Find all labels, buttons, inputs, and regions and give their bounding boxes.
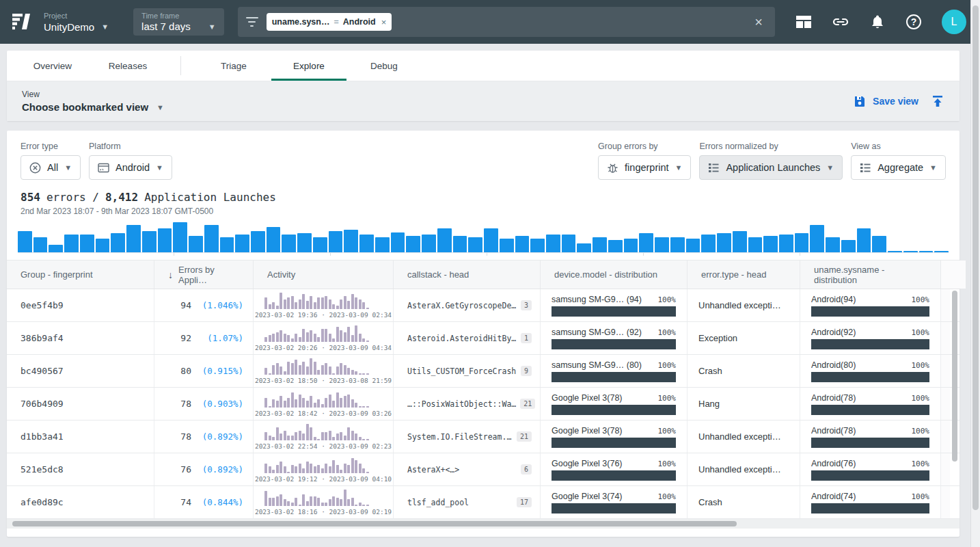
column-header-errors-by-appli-[interactable]: ↓Errors by Appli… bbox=[154, 261, 253, 289]
histogram-bar[interactable] bbox=[670, 237, 685, 252]
platform-select[interactable]: Android ▼ bbox=[89, 155, 172, 180]
save-view-button[interactable]: Save view bbox=[854, 95, 918, 107]
error-type-select[interactable]: All ▼ bbox=[21, 155, 81, 180]
histogram-bar[interactable] bbox=[158, 228, 172, 252]
table-row[interactable]: 0ee5f4b9 94(1.046%) 2023-03-02 19:36 · 2… bbox=[7, 289, 959, 322]
window-scroll-thumb[interactable] bbox=[972, 5, 979, 510]
histogram-bar[interactable] bbox=[33, 237, 48, 252]
histogram-bar[interactable] bbox=[888, 251, 902, 252]
column-header-uname-sysname-distribution[interactable]: uname.sysname - distribution bbox=[800, 261, 940, 289]
tab-debug[interactable]: Debug bbox=[346, 51, 422, 81]
table-row[interactable]: d1bb3a41 78(0.892%) 2023-03-02 22:54 · 2… bbox=[7, 421, 959, 453]
tab-releases[interactable]: Releases bbox=[90, 51, 165, 81]
histogram-bar[interactable] bbox=[96, 239, 110, 252]
histogram-bar[interactable] bbox=[500, 239, 514, 252]
histogram-bar[interactable] bbox=[779, 235, 793, 252]
error-percent[interactable]: (1.07%) bbox=[191, 333, 243, 343]
view-as-select[interactable]: Aggregate ▼ bbox=[851, 155, 946, 180]
histogram-bar[interactable] bbox=[733, 231, 747, 252]
table-row[interactable]: afe0d89c 74(0.844%) 2023-03-02 18:16 · 2… bbox=[7, 486, 959, 519]
column-header-activity[interactable]: Activity bbox=[253, 261, 393, 289]
error-percent[interactable]: (0.844%) bbox=[191, 497, 243, 507]
histogram-bar[interactable] bbox=[934, 251, 949, 252]
histogram-bar[interactable] bbox=[173, 222, 187, 252]
histogram-bar[interactable] bbox=[903, 251, 918, 252]
fingerprint-cell[interactable]: 521e5dc8 bbox=[21, 464, 64, 475]
bookmarked-view-selector[interactable]: View Choose bookmarked view▼ bbox=[22, 90, 164, 113]
histogram-bar[interactable] bbox=[111, 233, 125, 252]
histogram-bar[interactable] bbox=[701, 235, 716, 252]
histogram-bar[interactable] bbox=[359, 235, 374, 252]
histogram-bar[interactable] bbox=[562, 235, 576, 252]
avatar[interactable]: L bbox=[942, 10, 966, 34]
histogram-bar[interactable] bbox=[126, 225, 141, 252]
table-row[interactable]: 386b9af4 92(1.07%) 2023-03-02 20:26 · 20… bbox=[7, 322, 959, 355]
table-row[interactable]: 706b4909 78(0.903%) 2023-03-02 18:42 · 2… bbox=[7, 388, 959, 421]
table-row[interactable]: bc490567 80(0.915%) 2023-03-02 18:50 · 2… bbox=[7, 355, 959, 388]
histogram-bar[interactable] bbox=[220, 237, 234, 252]
fingerprint-cell[interactable]: bc490567 bbox=[21, 366, 64, 376]
tab-triage[interactable]: Triage bbox=[196, 51, 271, 81]
histogram-bar[interactable] bbox=[872, 236, 886, 252]
histogram-bar[interactable] bbox=[142, 231, 156, 252]
callstack-text[interactable]: Utils_CUSTOM_ForceCrash bbox=[407, 366, 516, 376]
histogram-bar[interactable] bbox=[80, 235, 94, 252]
dashboard-icon[interactable] bbox=[795, 14, 812, 30]
column-header-group-fingerprint[interactable]: Group - fingerprint bbox=[7, 261, 154, 289]
project-selector[interactable]: Project UnityDemo▼ bbox=[44, 12, 109, 33]
window-scrollbar[interactable] bbox=[970, 0, 980, 547]
histogram-bar[interactable] bbox=[64, 235, 79, 252]
histogram-bar[interactable] bbox=[406, 236, 420, 252]
callstack-text[interactable]: tlsf_add_pool bbox=[407, 498, 469, 507]
histogram-bar[interactable] bbox=[204, 225, 219, 252]
error-percent[interactable]: (1.046%) bbox=[191, 300, 243, 310]
tab-explore[interactable]: Explore bbox=[271, 51, 346, 81]
histogram-bar[interactable] bbox=[18, 231, 32, 252]
histogram-bar[interactable] bbox=[251, 231, 265, 252]
error-percent[interactable]: (0.892%) bbox=[191, 464, 243, 475]
histogram-bar[interactable] bbox=[639, 233, 653, 252]
histogram-bar[interactable] bbox=[453, 236, 467, 252]
filter-bar[interactable]: uname.sysn… = Android × × bbox=[238, 7, 775, 37]
fingerprint-cell[interactable]: d1bb3a41 bbox=[21, 431, 64, 442]
histogram-bar[interactable] bbox=[344, 230, 358, 252]
callstack-text[interactable]: AsteraX.GetGyroscopeDe… bbox=[407, 301, 516, 310]
histogram-bar[interactable] bbox=[546, 235, 560, 252]
link-icon[interactable] bbox=[832, 14, 849, 30]
histogram-bar[interactable] bbox=[810, 225, 824, 252]
histogram-bar[interactable] bbox=[795, 233, 809, 252]
histogram-bar[interactable] bbox=[826, 237, 840, 252]
fingerprint-cell[interactable]: 386b9af4 bbox=[21, 333, 64, 343]
histogram-bar[interactable] bbox=[919, 251, 934, 252]
bell-icon[interactable] bbox=[869, 14, 886, 30]
help-icon[interactable]: ? bbox=[906, 14, 921, 29]
error-percent[interactable]: (0.892%) bbox=[191, 431, 243, 442]
histogram-bar[interactable] bbox=[841, 240, 856, 252]
error-percent[interactable]: (0.915%) bbox=[191, 366, 243, 376]
fingerprint-cell[interactable]: afe0d89c bbox=[21, 497, 64, 507]
error-percent[interactable]: (0.903%) bbox=[191, 399, 243, 409]
table-horizontal-scrollbar[interactable] bbox=[7, 519, 959, 529]
callstack-text[interactable]: AsteraX+<…> bbox=[407, 465, 459, 475]
histogram-bar[interactable] bbox=[189, 236, 203, 252]
group-by-select[interactable]: fingerprint ▼ bbox=[598, 155, 691, 180]
filter-chip-remove-icon[interactable]: × bbox=[381, 17, 387, 27]
histogram-bar[interactable] bbox=[686, 239, 700, 252]
histogram-bar[interactable] bbox=[577, 243, 591, 252]
histogram-bar[interactable] bbox=[484, 228, 498, 252]
histogram-bar[interactable] bbox=[593, 237, 607, 252]
callstack-text[interactable]: …::PosixWaitObject::Wa… bbox=[407, 399, 516, 409]
histogram-bar[interactable] bbox=[49, 245, 63, 252]
column-header-error-type-head[interactable]: error.type - head bbox=[687, 261, 800, 289]
fingerprint-cell[interactable]: 706b4909 bbox=[21, 399, 64, 409]
histogram-bar[interactable] bbox=[329, 231, 343, 252]
filter-clear-icon[interactable]: × bbox=[750, 14, 767, 30]
histogram-bar[interactable] bbox=[267, 227, 281, 252]
horizontal-scroll-thumb[interactable] bbox=[12, 521, 737, 526]
histogram-bar[interactable] bbox=[608, 240, 623, 252]
callstack-text[interactable]: System.IO.FileStream.… bbox=[407, 432, 511, 442]
tab-overview[interactable]: Overview bbox=[15, 51, 90, 81]
histogram-bar[interactable] bbox=[717, 233, 731, 252]
histogram-bar[interactable] bbox=[468, 237, 482, 252]
table-row[interactable]: 521e5dc8 76(0.892%) 2023-03-02 19:12 · 2… bbox=[7, 453, 959, 486]
